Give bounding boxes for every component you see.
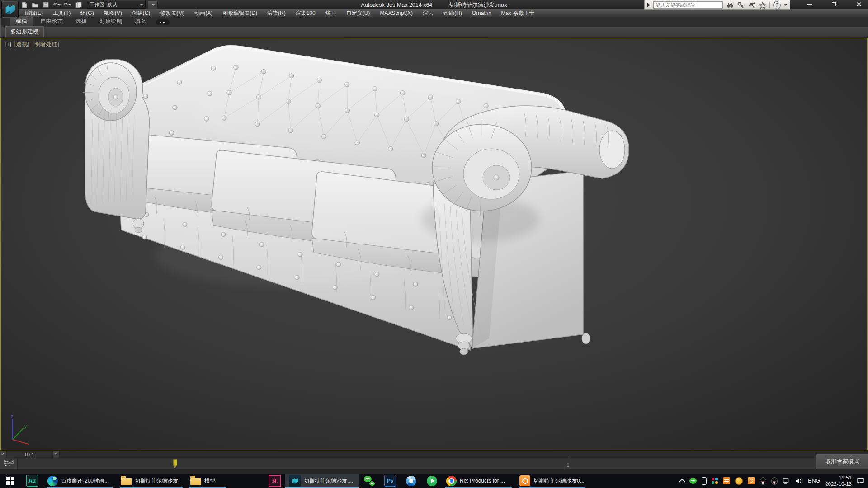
taskbar-button-photoshop[interactable]: Ps: [380, 474, 401, 488]
menu-item[interactable]: 动画(A): [189, 9, 217, 17]
taskbar-button-label: 切斯特菲尔德沙发....: [304, 477, 353, 485]
taskbar-button-audition[interactable]: Au: [21, 474, 43, 488]
menu-item[interactable]: 渲染(R): [262, 9, 291, 17]
viewport-pov-menu[interactable]: [透视]: [14, 41, 30, 47]
infocenter-bar: ?: [644, 0, 790, 10]
infocenter-search-input[interactable]: [653, 1, 723, 9]
help-icon[interactable]: ?: [773, 1, 781, 9]
track-bar[interactable]: [0, 458, 868, 469]
help-dropdown-icon[interactable]: [784, 4, 787, 6]
project-folder-icon[interactable]: [74, 1, 83, 9]
menu-item[interactable]: 渲染100: [291, 9, 321, 17]
menu-item[interactable]: 工具(T): [48, 9, 75, 17]
ribbon-tab[interactable]: 自由形式: [35, 16, 68, 27]
edge-icon: [47, 476, 58, 486]
menu-item[interactable]: 渲云: [418, 9, 439, 17]
action-center-icon: [857, 477, 864, 484]
taskbar-button-wechat[interactable]: [359, 474, 380, 488]
frame-marker-label: 0: [172, 464, 178, 469]
separator: [769, 2, 770, 8]
open-file-icon[interactable]: [31, 1, 39, 9]
ribbon-tab[interactable]: 对象绘制: [94, 16, 127, 27]
time-slider[interactable]: 0 / 1: [6, 451, 53, 458]
search-binoculars-icon[interactable]: [726, 1, 734, 9]
ribbon-grip-handle[interactable]: [0, 18, 5, 37]
taskbar-button-marvelous[interactable]: 丸: [264, 474, 285, 488]
start-icon: [6, 477, 14, 485]
save-file-icon[interactable]: [42, 1, 50, 9]
previous-frame-button[interactable]: <: [0, 451, 6, 458]
ribbon-tab[interactable]: 填充: [129, 16, 151, 27]
taskbar-button-label: 切斯特菲尔德沙发0...: [533, 477, 585, 485]
taskbar-button-camtasia[interactable]: [421, 474, 442, 488]
tray-volume-icon: [795, 478, 803, 484]
taskbar-button-folder[interactable]: 切斯特菲尔德沙发: [117, 474, 186, 488]
taskbar-clock[interactable]: 19:512022-10-13: [825, 474, 852, 488]
communication-center-icon[interactable]: [748, 1, 755, 9]
application-menu-button[interactable]: [1, 1, 19, 18]
menu-item[interactable]: 组(G): [75, 9, 99, 17]
taskbar-button-photo-viewer[interactable]: 切斯特菲尔德沙发0...: [515, 474, 589, 488]
tray-network-icon: [783, 478, 790, 484]
favorites-star-icon[interactable]: [759, 1, 766, 9]
3dsmax-icon: [289, 475, 301, 487]
photoshop-icon: Ps: [384, 475, 396, 487]
taskbar-button-chrome[interactable]: Re: Products for ...: [442, 474, 515, 488]
taskbar-button-folder[interactable]: 模型: [186, 474, 230, 488]
redo-icon[interactable]: ↷: [63, 1, 72, 9]
mini-curve-editor-button[interactable]: [0, 458, 18, 469]
viewport-general-menu[interactable]: [+]: [5, 41, 12, 47]
new-scene-icon[interactable]: [20, 1, 28, 9]
axis-z-label: z: [11, 414, 13, 419]
workspace-dropdown[interactable]: 工作区: 默认: [87, 1, 146, 9]
menu-item[interactable]: Max 杀毒卫士: [496, 9, 539, 17]
restore-button[interactable]: [828, 1, 840, 8]
status-strip: [0, 469, 868, 474]
menu-item[interactable]: 创建(C): [127, 9, 156, 17]
photo-viewer-icon: [519, 475, 530, 486]
camtasia-icon: [427, 476, 437, 486]
taskbar-button-label: 模型: [204, 477, 215, 485]
perspective-viewport[interactable]: [+] [透视] [明暗处理] z y: [0, 38, 868, 450]
tray-remote-app-icon: [712, 478, 718, 484]
menu-item[interactable]: 图形编辑器(D): [217, 9, 262, 17]
close-icon: [856, 2, 861, 7]
menu-item[interactable]: 自定义(U): [341, 9, 375, 17]
menu-item[interactable]: 视图(V): [99, 9, 127, 17]
taskbar-button-3dsmax[interactable]: 切斯特菲尔德沙发....: [285, 474, 359, 488]
menu-item[interactable]: Ornatrix: [467, 10, 496, 16]
audition-icon: Au: [26, 475, 38, 487]
ribbon-panel-row: 多边形建模: [0, 27, 868, 38]
panel-tab-polygon-modeling[interactable]: 多边形建模: [5, 26, 44, 37]
key-icon[interactable]: [737, 1, 745, 9]
taskbar-button-label: 百度翻译-200种语...: [61, 477, 109, 485]
workspace-label: 工作区: 默认: [90, 1, 117, 8]
input-language-indicator[interactable]: ENG: [808, 478, 820, 484]
menu-item[interactable]: 修改器(M): [155, 9, 189, 17]
menu-item[interactable]: 炫云: [321, 9, 341, 17]
next-frame-button[interactable]: >: [53, 451, 60, 458]
chrome-icon: [446, 476, 457, 486]
undo-icon[interactable]: ↶: [52, 1, 61, 9]
file-title: 切斯特菲尔德沙发.max: [449, 2, 507, 8]
keyshot-icon: [406, 476, 416, 486]
viewport-shading-menu[interactable]: [明暗处理]: [33, 41, 60, 47]
toolbar-flyout-button[interactable]: [148, 1, 158, 9]
menu-item[interactable]: 帮助(H): [439, 9, 467, 17]
infocenter-collapse-icon[interactable]: [647, 3, 650, 7]
menu-item[interactable]: MAXScript(X): [375, 10, 418, 16]
time-slider-row: < 0 / 1 >: [0, 450, 868, 458]
app-title: Autodesk 3ds Max 2014 x64: [361, 2, 433, 8]
windows-taskbar: Au百度翻译-200种语...切斯特菲尔德沙发模型丸切斯特菲尔德沙发....Ps…: [0, 474, 868, 488]
taskbar-button-edge[interactable]: 百度翻译-200种语...: [43, 474, 117, 488]
cancel-expert-mode-button[interactable]: 取消专家模式: [816, 454, 868, 469]
minimize-button[interactable]: [804, 1, 816, 8]
ribbon-tab-bar: 建模自由形式选择对象绘制填充: [0, 17, 868, 27]
start-button[interactable]: [0, 474, 21, 488]
tray-photo-viewer-icon: [748, 477, 755, 484]
taskbar-button-keyshot[interactable]: [401, 474, 421, 488]
close-button[interactable]: [853, 1, 864, 8]
viewport-label[interactable]: [+] [透视] [明暗处理]: [5, 41, 60, 48]
ribbon-minimize-dropdown[interactable]: [156, 19, 170, 25]
ribbon-tab[interactable]: 选择: [70, 16, 92, 27]
